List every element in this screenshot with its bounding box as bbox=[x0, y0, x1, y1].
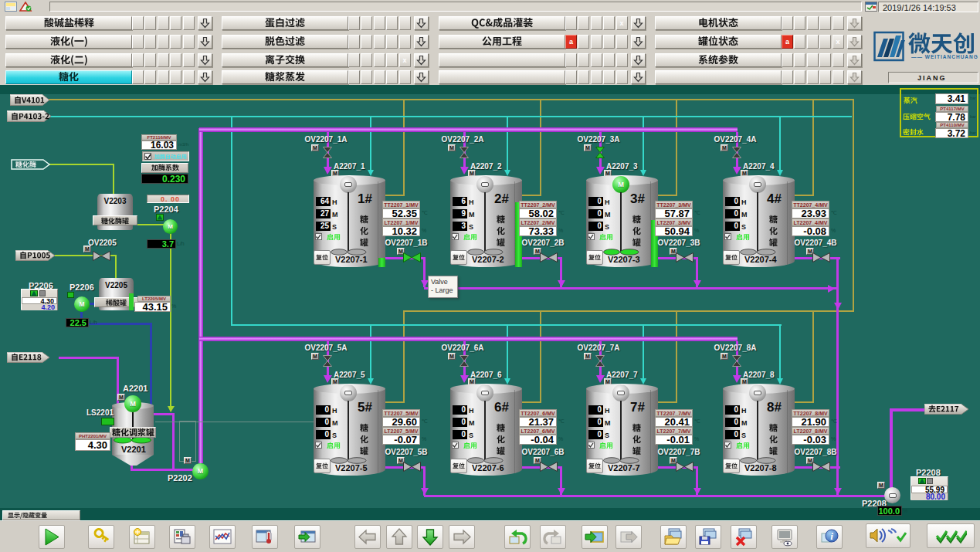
svg-text:i: i bbox=[830, 530, 833, 542]
